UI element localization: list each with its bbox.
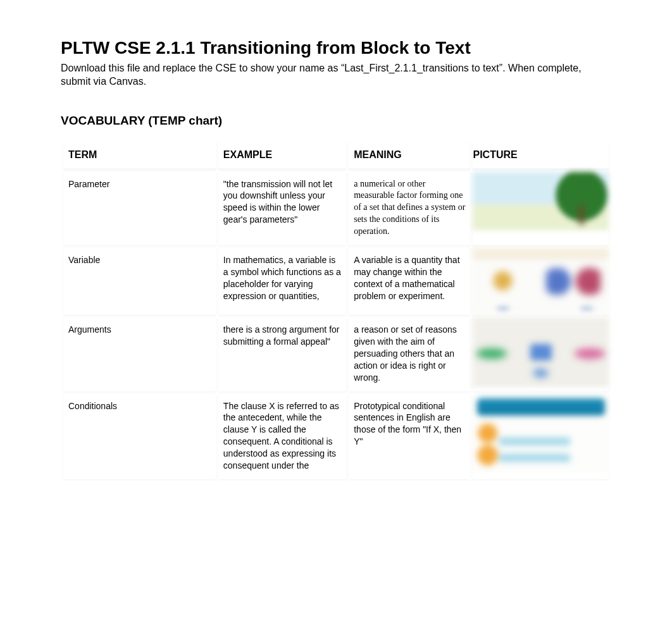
cell-picture: ▬▬▬▬ (473, 248, 609, 315)
cell-example: "the transmission will not let you downs… (218, 172, 346, 245)
temp-chart-table: TERM EXAMPLE MEANING PICTURE Parameter "… (61, 139, 611, 482)
cell-term: Arguments (63, 317, 216, 391)
page-subtitle: Download this file and replace the CSE t… (61, 62, 611, 89)
col-meaning: MEANING (349, 142, 470, 169)
col-picture: PICTURE (473, 142, 609, 169)
cell-example: there is a strong argument for submittin… (218, 317, 346, 391)
table-row: Variable In mathematics, a variable is a… (63, 248, 609, 315)
cell-example: In mathematics, a variable is a symbol w… (218, 248, 346, 315)
cell-meaning: a numerical or other measurable factor f… (349, 172, 470, 245)
table-row: Parameter "the transmission will not let… (63, 172, 609, 245)
categorical-indicator-icon: ▬▬▬▬ (473, 248, 609, 315)
cell-meaning: Prototypical conditional sentences in En… (349, 394, 470, 479)
page-title: PLTW CSE 2.1.1 Transitioning from Block … (61, 38, 611, 58)
if-then-flow-icon (473, 394, 609, 472)
cell-picture (473, 317, 609, 391)
tree-landscape-icon (473, 172, 609, 230)
cell-term: Conditionals (63, 394, 216, 479)
cell-meaning: A variable is a quantity that may change… (349, 248, 470, 315)
vocabulary-heading: VOCABULARY (TEMP chart) (61, 114, 611, 128)
cell-meaning: a reason or set of reasons given with th… (349, 317, 470, 391)
cell-picture (473, 172, 609, 245)
cell-picture (473, 394, 609, 479)
cell-term: Parameter (63, 172, 216, 245)
table-row: Arguments there is a strong argument for… (63, 317, 609, 391)
argument-map-icon (473, 317, 609, 387)
cell-term: Variable (63, 248, 216, 315)
table-header-row: TERM EXAMPLE MEANING PICTURE (63, 142, 609, 169)
col-term: TERM (63, 142, 216, 169)
table-row: Conditionals The clause X is referred to… (63, 394, 609, 479)
cell-example: The clause X is referred to as the antec… (218, 394, 346, 479)
col-example: EXAMPLE (218, 142, 346, 169)
